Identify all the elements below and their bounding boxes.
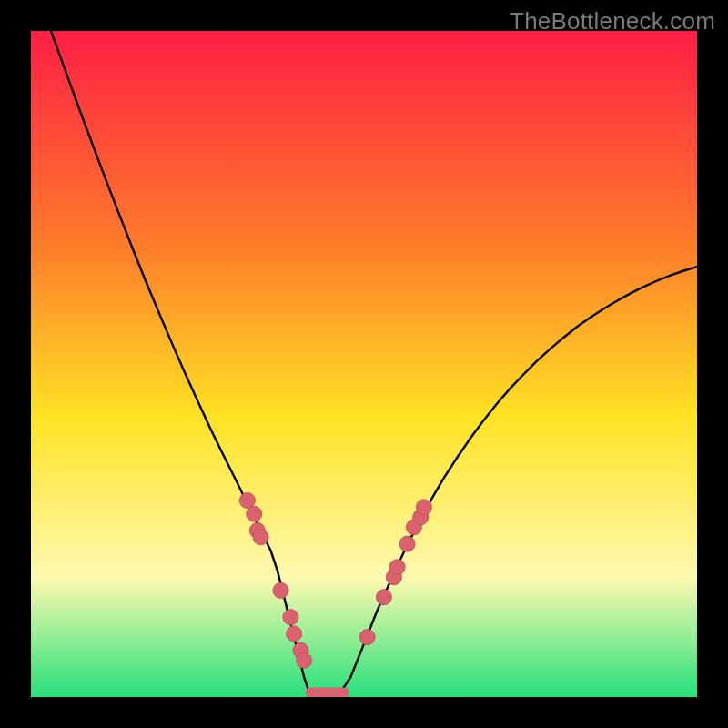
data-marker: [247, 506, 262, 521]
data-marker: [287, 626, 302, 642]
data-marker: [399, 536, 415, 551]
gradient-background: [31, 31, 697, 697]
data-marker: [416, 500, 431, 515]
data-marker: [253, 530, 268, 545]
bottleneck-chart: [31, 31, 697, 697]
data-marker: [273, 582, 288, 598]
data-marker: [297, 652, 312, 668]
data-marker: [283, 610, 298, 625]
chart-frame: TheBottleneck.com: [0, 0, 728, 728]
data-marker: [359, 630, 375, 645]
watermark-text: TheBottleneck.com: [510, 7, 715, 35]
data-marker: [389, 560, 405, 575]
data-marker: [376, 590, 391, 605]
